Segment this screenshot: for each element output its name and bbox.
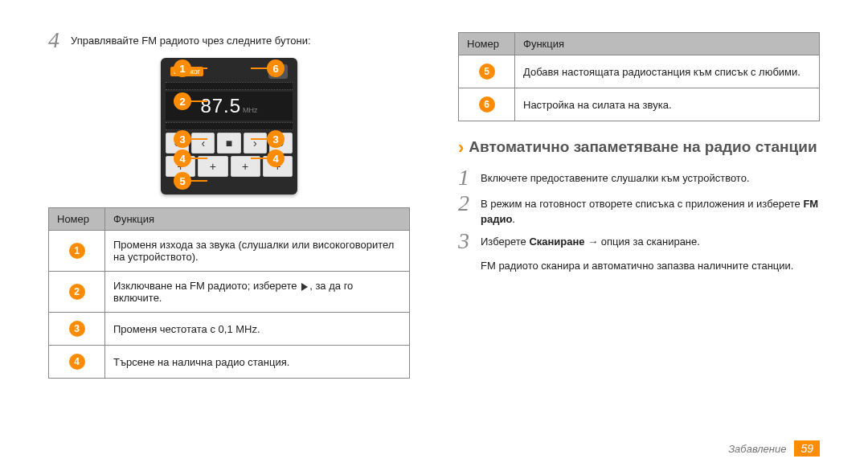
callout-5: 5 [174, 172, 191, 190]
table-row: 3 Променя честотата с 0,1 MHz. [49, 313, 410, 346]
bullet-6: 6 [479, 96, 495, 113]
chevron-icon: › [458, 137, 464, 158]
left-column: 4 Управлявайте FM радиото чрез следните … [48, 32, 410, 379]
callout-line [190, 138, 207, 140]
play-icon [301, 283, 308, 291]
step-number: 2 [458, 192, 481, 215]
page-number: 59 [794, 440, 820, 457]
func-1: Променя изхода за звука (слушалки или ви… [105, 231, 410, 272]
table-row: 1 Променя изхода за звука (слушалки или … [49, 231, 410, 272]
footer-section: Забавление [728, 443, 786, 455]
page-footer: Забавление 59 [728, 440, 820, 457]
callout-4-right: 4 [267, 149, 285, 167]
section-heading: › Автоматично запаметяване на радио стан… [458, 137, 820, 158]
step-4: 4 Управлявайте FM радиото чрез следните … [48, 32, 410, 51]
callout-line [251, 158, 268, 159]
col-function: Функция [515, 33, 820, 55]
callout-2: 2 [174, 92, 191, 110]
table-row: 4 Търсене на налична радио станция. [49, 346, 410, 379]
func-2: Изключване на FM радиото; изберете , за … [105, 272, 410, 313]
step-note: FM радиото сканира и автоматично запазва… [481, 259, 820, 273]
bullet-1: 1 [69, 243, 85, 259]
step-1: 1 Включете предоставените слушалки към у… [458, 170, 820, 189]
seek-right: › [244, 133, 267, 154]
table-header-row: Номер Функция [49, 208, 410, 231]
step-2: 2 В режим на готовност отворете списъка … [458, 195, 820, 226]
seek-left: ‹ [191, 133, 215, 154]
func-3: Променя честотата с 0,1 MHz. [105, 313, 410, 346]
func-6: Настройка на силата на звука. [515, 88, 820, 121]
bullet-2: 2 [69, 284, 85, 300]
section-title: Автоматично запаметяване на радио станци… [469, 137, 817, 157]
table-row: 6 Настройка на силата на звука. [459, 88, 820, 121]
callout-line [190, 180, 207, 182]
table-row: 5 Добавя настоящата радиостанция към спи… [459, 55, 820, 88]
bullet-4: 4 [69, 354, 85, 370]
step-number: 3 [458, 230, 481, 252]
radio-scale-2 [166, 122, 293, 130]
bullet-3: 3 [69, 321, 85, 337]
col-number: Номер [49, 208, 105, 231]
callout-line [190, 158, 207, 159]
step-3: 3 Изберете Сканиране → опция за сканиран… [458, 233, 820, 252]
step-number: 4 [48, 29, 71, 51]
col-function: Функция [105, 208, 410, 231]
step-text: В режим на готовност отворете списъка с … [481, 195, 820, 226]
callout-6: 6 [267, 59, 285, 77]
callout-line [190, 100, 207, 102]
radio-diagram: Високог 🔊 87.5MHz « ‹ ■ › » + + [48, 58, 410, 195]
callout-4-left: 4 [174, 149, 191, 167]
callout-line [251, 138, 268, 140]
function-table-left: Номер Функция 1 Променя изхода за звука … [48, 207, 410, 379]
function-table-right: Номер Функция 5 Добавя настоящата радиос… [458, 32, 820, 121]
func-4: Търсене на налична радио станция. [105, 346, 410, 379]
callout-line [190, 68, 207, 69]
right-column: Номер Функция 5 Добавя настоящата радиос… [458, 32, 820, 379]
table-row: 2 Изключване на FM радиото; изберете , з… [49, 272, 410, 313]
col-number: Номер [459, 33, 515, 55]
bullet-5: 5 [479, 63, 495, 80]
step-text: Управлявайте FM радиото чрез следните бу… [71, 32, 311, 48]
step-text: Включете предоставените слушалки към уст… [481, 170, 750, 186]
stop: ■ [217, 133, 240, 154]
table-header-row: Номер Функция [459, 33, 820, 55]
callout-3-right: 3 [267, 130, 285, 148]
callout-3-left: 3 [174, 130, 191, 148]
callout-line [251, 68, 268, 69]
callout-1: 1 [174, 59, 191, 77]
radio-scale [166, 82, 293, 90]
func-5: Добавя настоящата радиостанция към списъ… [515, 55, 820, 88]
step-text: Изберете Сканиране → опция за сканиране. [481, 233, 700, 249]
step-number: 1 [458, 166, 481, 189]
